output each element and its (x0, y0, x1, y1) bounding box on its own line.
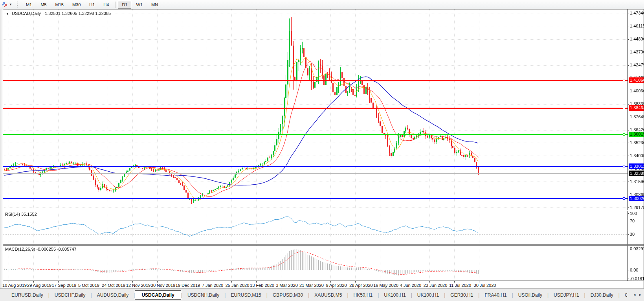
date-label: 13 Feb 2020 (250, 283, 274, 288)
chart-tab-eurusd-daily[interactable]: EURUSD,Daily (6, 291, 48, 299)
chart-tab-dj30-daily[interactable]: DJ30,Daily (585, 291, 618, 299)
date-tick (405, 281, 405, 283)
date-tick (132, 281, 133, 283)
symbol-dropdown-icon[interactable]: ▼ (6, 12, 9, 16)
chart-tab-fra40-h1[interactable]: FRA40,H1 (479, 291, 512, 299)
date-tick (58, 281, 59, 283)
tabs-scroll-right-icon[interactable]: ► (638, 292, 642, 297)
chart-tab-uk100-h1[interactable]: UK100,H1 (412, 291, 444, 299)
chart-title: ▼ USDCAD,Daily 1.32501 1.32605 1.32298 1… (6, 11, 111, 16)
timeframe-buttons: M1M5M15M30H1H4D1W1MN (22, 0, 162, 9)
timeframe-button-m5[interactable]: M5 (37, 1, 50, 9)
window-edge-highlight (0, 9, 1, 301)
date-label: 10 Aug 2019 (2, 283, 27, 288)
timeframe-button-h1[interactable]: H1 (85, 1, 99, 9)
chart-tab-gbpusd-m30[interactable]: GBPUSD,M30 (268, 291, 308, 299)
symbol-timeframe-label: USDCAD,Daily (12, 11, 41, 16)
date-tick (231, 281, 232, 283)
chart-tabs: EURUSD,Daily|USDCHF,Daily|AUDUSD,Daily|U… (6, 290, 627, 300)
timeframe-button-m1[interactable]: M1 (22, 1, 36, 9)
date-label: 3 Mar 2020 (276, 283, 298, 288)
rsi-indicator-label: RSI(14) 35.1552 (5, 212, 37, 217)
chart-tab-usdcad-daily[interactable]: USDCAD,Daily (135, 290, 181, 300)
date-label: 30 Nov 2019 (151, 283, 175, 288)
rsi-pane-canvas[interactable] (3, 211, 644, 244)
date-label: 17 Sep 2019 (52, 283, 76, 288)
timeframe-button-h4[interactable]: H4 (99, 1, 113, 9)
date-label: 25 Jan 2020 (226, 283, 250, 288)
chart-tab-bar: EURUSD,Daily|USDCHF,Daily|AUDUSD,Daily|U… (0, 288, 644, 301)
date-tick (182, 281, 182, 283)
chart-tab-ger30-h1[interactable]: GER30,H1 (445, 291, 478, 299)
date-label: 16 May 2020 (373, 283, 398, 288)
date-tick (306, 281, 306, 283)
date-tick (207, 281, 207, 283)
timeframe-button-d1[interactable]: D1 (118, 1, 131, 9)
timeframe-button-mn[interactable]: MN (147, 1, 162, 9)
date-tick (83, 281, 83, 283)
chevron-down-icon[interactable]: ▼ (9, 3, 12, 6)
date-label: 28 Apr 2020 (349, 283, 372, 288)
pointer-tool-icon[interactable] (2, 2, 8, 8)
toolbar-grip[interactable] (17, 2, 19, 7)
chart-tab-xauusd-m5[interactable]: XAUUSD,M5 (309, 291, 347, 299)
chart-tab-usdchf-daily[interactable]: USDCHF,Daily (50, 291, 91, 299)
date-tick (454, 281, 455, 283)
chart-tab-usoil-daily[interactable]: USOil,Daily (513, 291, 547, 299)
date-label: 19 Dec 2019 (176, 283, 200, 288)
date-tick (429, 281, 430, 283)
chart-tab-china300-h4[interactable]: CHINA300,H4 (620, 291, 627, 299)
chart-tab-usdcnh-daily[interactable]: USDCNH,Daily (182, 291, 224, 299)
date-tick (256, 281, 257, 283)
date-label: 29 Aug 2019 (27, 283, 51, 288)
date-tick (330, 281, 331, 283)
date-label: 21 Mar 2020 (299, 283, 324, 288)
date-tick (355, 281, 356, 283)
macd-indicator-label: MACD(12,26,9) -0.006255 -0.005747 (5, 247, 77, 251)
timeframe-button-w1[interactable]: W1 (132, 1, 147, 9)
date-tick (157, 281, 158, 283)
tabs-scroll-left-icon[interactable]: ◄ (633, 292, 636, 297)
ohlc-values: 1.32501 1.32605 1.32298 1.32385 (45, 11, 111, 16)
chart-tab-audusd-daily[interactable]: AUDUSD,Daily (92, 291, 134, 299)
date-tick (9, 281, 9, 283)
date-label: 11 Jul 2020 (449, 283, 471, 288)
chart-tab-uk100-h1[interactable]: UK100,H1 (379, 291, 411, 299)
chart-tab-hk50-h1[interactable]: HK50,H1 (349, 291, 378, 299)
date-label: 12 Nov 2019 (126, 283, 150, 288)
timeframe-button-m30[interactable]: M30 (68, 1, 84, 9)
date-label: 5 Oct 2019 (78, 283, 99, 288)
date-label: 24 Oct 2019 (102, 283, 125, 288)
date-label: 30 Jul 2020 (474, 283, 496, 288)
macd-pane-canvas[interactable] (3, 246, 644, 281)
date-label: 23 Jun 2020 (424, 283, 448, 288)
date-axis[interactable]: 10 Aug 201929 Aug 201917 Sep 20195 Oct 2… (3, 281, 644, 289)
timeframe-toolbar: ▼ M1M5M15M30H1H4D1W1MN (0, 0, 644, 9)
date-tick (380, 281, 380, 283)
trading-terminal-window: ▼ M1M5M15M30H1H4D1W1MN ▼ USDCAD,Daily 1.… (0, 0, 644, 301)
date-label: 7 Jan 2020 (202, 283, 223, 288)
date-tick (33, 281, 34, 283)
date-tick (281, 281, 281, 283)
chart-tab-usdjpy-h1[interactable]: USDJPY,H1 (549, 291, 584, 299)
chart-tab-eurusd-m15[interactable]: EURUSD,M15 (226, 291, 266, 299)
chart-window: ▼ USDCAD,Daily 1.32501 1.32605 1.32298 1… (3, 9, 644, 288)
date-label: 4 Jun 2020 (400, 283, 421, 288)
price-chart-canvas[interactable] (3, 9, 644, 210)
timeframe-button-m15[interactable]: M15 (51, 1, 67, 9)
date-tick (479, 281, 479, 283)
date-tick (108, 281, 108, 283)
date-label: 9 Apr 2020 (326, 283, 347, 288)
